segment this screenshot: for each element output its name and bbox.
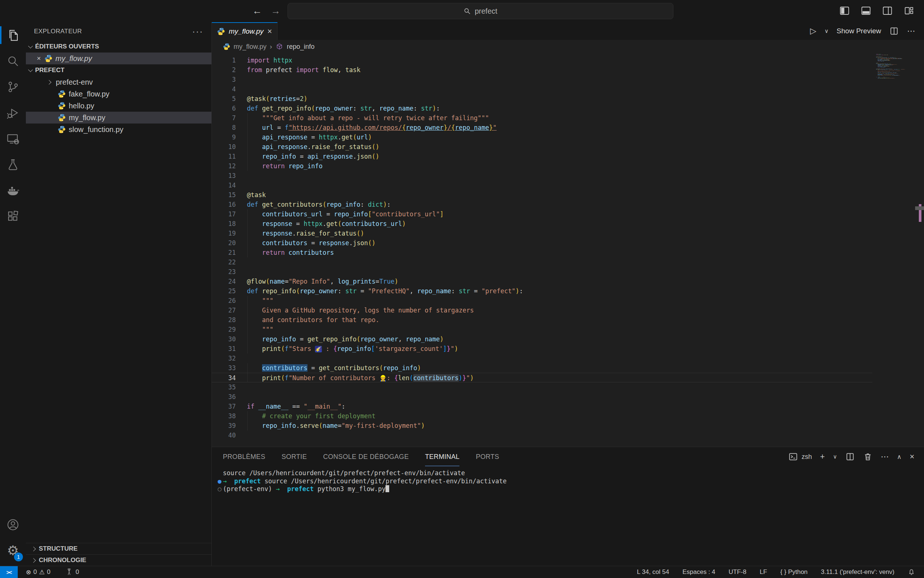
python-interpreter[interactable]: 3.11.1 ('prefect-env': venv) xyxy=(821,568,895,576)
notifications-bell-icon[interactable] xyxy=(908,568,915,576)
panel-more-icon[interactable]: ⋯ xyxy=(881,452,889,461)
docker-icon[interactable] xyxy=(0,177,26,203)
code-line[interactable]: 13 xyxy=(212,171,872,180)
split-editor-icon[interactable] xyxy=(889,26,899,36)
code-line[interactable]: 10 api_response.raise_for_status() xyxy=(212,142,872,152)
code-line[interactable]: 17 contributors_url = repo_info["contrib… xyxy=(212,209,872,219)
code-line[interactable]: 40 xyxy=(212,430,872,440)
code-line[interactable]: 24@flow(name="Repo Info", log_prints=Tru… xyxy=(212,277,872,286)
tree-item-file[interactable]: slow_function.py xyxy=(26,123,211,135)
remote-explorer-icon[interactable] xyxy=(0,126,26,152)
code-line[interactable]: 25def repo_info(repo_owner: str = "Prefe… xyxy=(212,286,872,296)
run-dropdown-icon[interactable]: ∨ xyxy=(825,28,829,34)
breadcrumb[interactable]: my_flow.py › repo_info xyxy=(212,40,924,53)
code-line[interactable]: 18 response = httpx.get(contributors_url… xyxy=(212,219,872,229)
code-line[interactable]: 39 repo_info.serve(name="my-first-deploy… xyxy=(212,421,872,430)
code-line[interactable]: 32 xyxy=(212,354,872,363)
code-line[interactable]: 16def get_contributors(repo_info: dict): xyxy=(212,200,872,209)
command-center-search[interactable]: prefect xyxy=(288,3,673,19)
run-debug-icon[interactable] xyxy=(0,100,26,126)
code-line[interactable]: 36 xyxy=(212,392,872,402)
code-line[interactable]: 35 xyxy=(212,382,872,392)
code-line[interactable]: 4 xyxy=(212,84,872,94)
code-line[interactable]: 3 xyxy=(212,75,872,84)
settings-gear-icon[interactable]: ⚙ 1 xyxy=(0,538,26,563)
toggle-sidebar-icon[interactable] xyxy=(839,5,850,16)
close-panel-icon[interactable]: × xyxy=(909,452,914,461)
open-editor-item[interactable]: × my_flow.py xyxy=(26,52,211,64)
show-preview-button[interactable]: Show Preview xyxy=(837,27,881,35)
code-line[interactable]: 15@task xyxy=(212,190,872,200)
code-line[interactable]: 34 print(f"Number of contributors 👷: {le… xyxy=(212,373,872,382)
kill-terminal-icon[interactable] xyxy=(863,452,873,461)
code-line[interactable]: 11 repo_info = api_response.json() xyxy=(212,152,872,161)
code-line[interactable]: 9 api_response = httpx.get(url) xyxy=(212,132,872,142)
breadcrumb-file[interactable]: my_flow.py xyxy=(234,43,267,51)
forward-icon[interactable]: → xyxy=(271,5,280,17)
run-python-icon[interactable]: ▷ xyxy=(810,26,816,36)
code-line[interactable]: 23 xyxy=(212,267,872,277)
code-line[interactable]: 20 contributors = response.json() xyxy=(212,238,872,248)
problems-status[interactable]: ⊗ 0 ⚠ 0 xyxy=(26,568,50,576)
scrollbar-mark[interactable] xyxy=(915,206,924,210)
tree-item-file-selected[interactable]: my_flow.py xyxy=(26,112,211,123)
encoding[interactable]: UTF-8 xyxy=(728,568,746,576)
code-line[interactable]: 6def get_repo_info(repo_owner: str, repo… xyxy=(212,104,872,113)
code-line[interactable]: 1import httpx xyxy=(212,55,872,65)
code-line[interactable]: 5@task(retries=2) xyxy=(212,94,872,104)
tab-ports[interactable]: PORTS xyxy=(476,447,499,466)
code-line[interactable]: 31 print(f"Stars 🌠 : {repo_info['stargaz… xyxy=(212,344,872,354)
code-area[interactable]: 1import httpx2from prefect import flow, … xyxy=(212,55,872,440)
tree-item-file[interactable]: fake_flow.py xyxy=(26,88,211,100)
minimap[interactable]: import httpxfrom prefect import flow, ta… xyxy=(876,54,918,202)
code-editor[interactable]: 1import httpx2from prefect import flow, … xyxy=(212,53,924,447)
structure-section[interactable]: STRUCTURE xyxy=(26,543,211,554)
explorer-more-icon[interactable]: ··· xyxy=(192,26,203,37)
new-terminal-icon[interactable]: + xyxy=(820,452,825,461)
eol-sequence[interactable]: LF xyxy=(759,568,767,576)
code-line[interactable]: 2from prefect import flow, task xyxy=(212,65,872,75)
project-section-header[interactable]: PREFECT xyxy=(26,64,211,76)
tab-problems[interactable]: PROBLÈMES xyxy=(223,447,265,466)
search-activity-icon[interactable] xyxy=(0,48,26,74)
split-terminal-icon[interactable] xyxy=(845,452,855,461)
code-line[interactable]: 37if __name__ == "__main__": xyxy=(212,402,872,411)
code-line[interactable]: 7 """Get info about a repo - will retry … xyxy=(212,113,872,123)
code-line[interactable]: 27 Given a GitHub repository, logs the n… xyxy=(212,305,872,315)
timeline-section[interactable]: CHRONOLOGIE xyxy=(26,554,211,566)
code-line[interactable]: 38 # create your first deployment xyxy=(212,411,872,421)
tab-terminal[interactable]: TERMINAL xyxy=(425,447,460,466)
extensions-icon[interactable] xyxy=(0,203,26,229)
code-line[interactable]: 22 xyxy=(212,257,872,267)
tab-my-flow[interactable]: my_flow.py × xyxy=(212,22,278,40)
ports-status[interactable]: 0 xyxy=(65,568,79,576)
editor-more-icon[interactable]: ⋯ xyxy=(907,26,915,36)
toggle-secondary-sidebar-icon[interactable] xyxy=(882,5,893,16)
close-editor-icon[interactable]: × xyxy=(33,54,44,62)
testing-icon[interactable] xyxy=(0,152,26,177)
toggle-panel-icon[interactable] xyxy=(861,5,872,16)
tab-close-icon[interactable]: × xyxy=(267,27,272,36)
language-mode[interactable]: { } Python xyxy=(780,568,807,576)
tree-item-folder[interactable]: prefect-env xyxy=(26,76,211,88)
remote-indicator[interactable]: >< xyxy=(0,566,18,578)
back-icon[interactable]: ← xyxy=(252,5,262,17)
tree-item-file[interactable]: hello.py xyxy=(26,100,211,112)
terminal[interactable]: source /Users/henricourdent/git/prefect/… xyxy=(212,466,924,493)
customize-layout-icon[interactable] xyxy=(903,5,914,16)
code-line[interactable]: 29 """ xyxy=(212,325,872,334)
source-control-icon[interactable] xyxy=(0,74,26,100)
code-line[interactable]: 12 return repo_info xyxy=(212,161,872,171)
tab-output[interactable]: SORTIE xyxy=(282,447,307,466)
cursor-position[interactable]: L 34, col 54 xyxy=(637,568,669,576)
code-line[interactable]: 19 response.raise_for_status() xyxy=(212,229,872,238)
code-line[interactable]: 30 repo_info = get_repo_info(repo_owner,… xyxy=(212,334,872,344)
open-editors-header[interactable]: ÉDITEURS OUVERTS xyxy=(26,41,211,52)
terminal-dropdown-icon[interactable]: ∨ xyxy=(833,453,837,460)
account-icon[interactable] xyxy=(0,512,26,538)
code-line[interactable]: 8 url = f"https://api.github.com/repos/{… xyxy=(212,123,872,132)
code-line[interactable]: 33 contributors = get_contributors(repo_… xyxy=(212,363,872,373)
code-line[interactable]: 21 return contributors xyxy=(212,248,872,257)
shell-label[interactable]: zsh xyxy=(802,453,812,461)
tab-debug-console[interactable]: CONSOLE DE DÉBOGAGE xyxy=(323,447,409,466)
